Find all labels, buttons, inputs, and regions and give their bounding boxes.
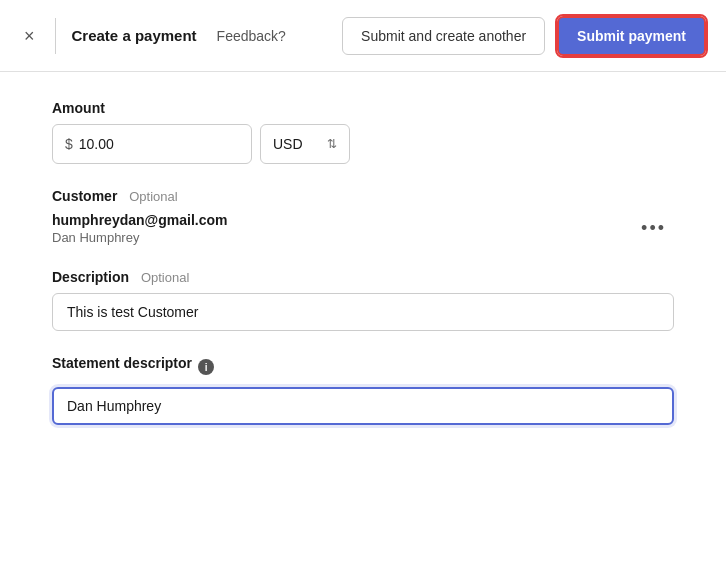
- close-button[interactable]: ×: [20, 23, 39, 49]
- description-input[interactable]: [52, 293, 674, 331]
- dollar-sign-icon: $: [65, 136, 73, 152]
- amount-input[interactable]: [79, 136, 239, 152]
- customer-name: Dan Humphrey: [52, 230, 227, 245]
- customer-label: Customer Optional: [52, 188, 674, 204]
- header-divider: [55, 18, 56, 54]
- submit-payment-button[interactable]: Submit payment: [557, 16, 706, 56]
- statement-descriptor-input[interactable]: [52, 387, 674, 425]
- header-actions: Submit and create another Submit payment: [342, 16, 706, 56]
- currency-select[interactable]: USD ⇅: [260, 124, 350, 164]
- amount-row: $ USD ⇅: [52, 124, 674, 164]
- page-title: Create a payment: [72, 26, 197, 46]
- customer-section: Customer Optional humphreydan@gmail.com …: [52, 188, 674, 245]
- description-label: Description Optional: [52, 269, 674, 285]
- submit-create-another-button[interactable]: Submit and create another: [342, 17, 545, 55]
- customer-email: humphreydan@gmail.com: [52, 212, 227, 228]
- statement-descriptor-section: Statement descriptor i: [52, 355, 674, 425]
- description-section: Description Optional: [52, 269, 674, 331]
- currency-value: USD: [273, 136, 303, 152]
- amount-label: Amount: [52, 100, 674, 116]
- customer-info: humphreydan@gmail.com Dan Humphrey •••: [52, 212, 674, 245]
- feedback-link[interactable]: Feedback?: [217, 28, 286, 44]
- more-menu-button[interactable]: •••: [633, 214, 674, 243]
- customer-optional-label: Optional: [129, 189, 177, 204]
- description-optional-label: Optional: [141, 270, 189, 285]
- info-icon[interactable]: i: [198, 359, 214, 375]
- amount-section: Amount $ USD ⇅: [52, 100, 674, 164]
- amount-input-wrapper: $: [52, 124, 252, 164]
- form-content: Amount $ USD ⇅ Customer Optional humphre…: [0, 72, 726, 477]
- statement-descriptor-label-row: Statement descriptor i: [52, 355, 674, 379]
- header: × Create a payment Feedback? Submit and …: [0, 0, 726, 72]
- currency-arrows-icon: ⇅: [327, 137, 337, 151]
- statement-descriptor-label: Statement descriptor: [52, 355, 192, 371]
- customer-details: humphreydan@gmail.com Dan Humphrey: [52, 212, 227, 245]
